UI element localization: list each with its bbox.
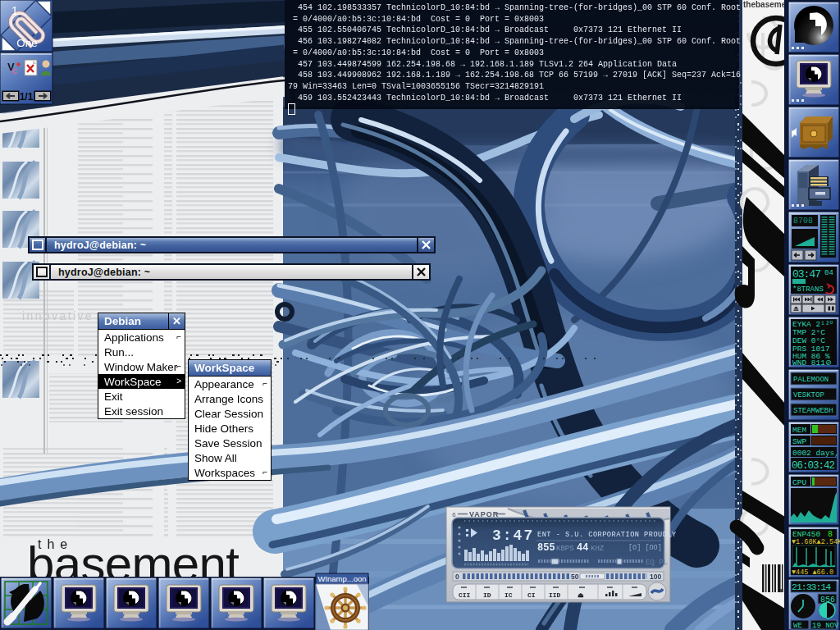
svg-text:WInamp...oon: WInamp...oon — [317, 574, 366, 583]
svg-text:EQ PL: EQ PL — [646, 559, 668, 567]
svg-text:50: 50 — [571, 573, 579, 581]
svg-text:1: 1 — [11, 4, 18, 17]
svg-text:03:47: 03:47 — [792, 268, 820, 281]
svg-text:04: 04 — [824, 269, 833, 277]
svg-text:KHZ: KHZ — [591, 545, 605, 553]
svg-text:*8TRANS: *8TRANS — [792, 285, 824, 294]
svg-text:IID: IID — [549, 591, 561, 599]
svg-text:PALEMOON: PALEMOON — [793, 376, 829, 384]
svg-text:CPU: CPU — [792, 478, 806, 487]
svg-text:855: 855 — [537, 542, 555, 554]
svg-text:21:33:14: 21:33:14 — [792, 582, 831, 592]
svg-text:8708: 8708 — [793, 217, 813, 226]
svg-text:ID: ID — [483, 591, 491, 599]
svg-text:3:47: 3:47 — [492, 527, 534, 544]
svg-text:▼445 ▲66.0: ▼445 ▲66.0 — [792, 568, 833, 577]
svg-text:⏏: ⏏ — [578, 591, 584, 599]
svg-text:One: One — [16, 37, 38, 49]
svg-text:STEAMWEBH: STEAMWEBH — [793, 407, 833, 415]
svg-text:CI: CI — [527, 591, 536, 599]
svg-text:100: 100 — [650, 573, 661, 581]
svg-text:6: 6 — [452, 511, 456, 518]
svg-text:CII: CII — [459, 591, 471, 599]
svg-text:IC: IC — [504, 591, 513, 599]
svg-text:[O] [OO]: [O] [OO] — [628, 544, 662, 552]
svg-text:0: 0 — [455, 573, 459, 581]
svg-text:VESKTOP: VESKTOP — [793, 391, 824, 399]
svg-text:WND 811⊘: WND 811⊘ — [792, 358, 832, 368]
svg-text:c: c — [12, 66, 17, 75]
svg-text:06:03:42: 06:03:42 — [792, 460, 835, 472]
svg-text:ENT - S.U. CORPORATION PROUDLY: ENT - S.U. CORPORATION PROUDLY — [537, 531, 677, 539]
svg-text:44: 44 — [577, 542, 588, 554]
svg-text:19 NOV: 19 NOV — [812, 622, 839, 630]
svg-text:1/1: 1/1 — [20, 91, 34, 103]
svg-text:MEM: MEM — [792, 426, 806, 435]
svg-text:0002 days,: 0002 days, — [792, 449, 839, 458]
svg-text:SWP: SWP — [792, 437, 806, 446]
svg-text:WE: WE — [793, 622, 802, 630]
svg-text:KBPS: KBPS — [556, 545, 574, 553]
